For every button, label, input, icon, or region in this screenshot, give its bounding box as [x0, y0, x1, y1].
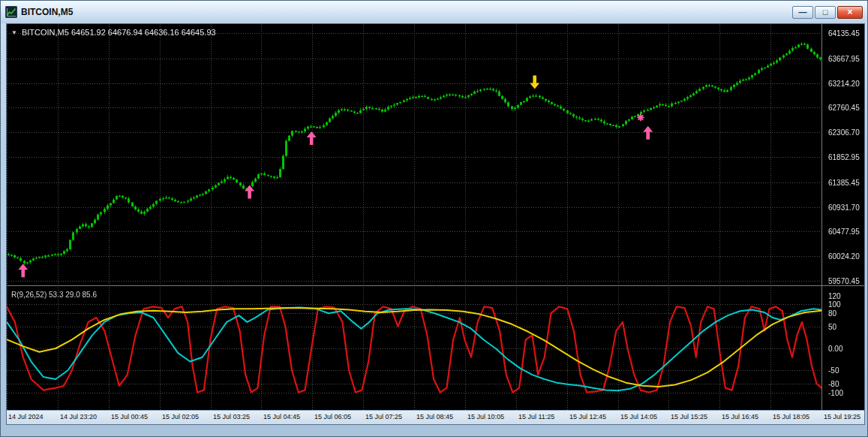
window-controls: — □ × [792, 6, 863, 19]
window-title: BITCOIN,M5 [21, 7, 73, 17]
time-axis-label: 15 Jul 19:25 [824, 413, 860, 420]
time-axis-label: 14 Jul 23:20 [60, 413, 97, 420]
time-axis-label: 15 Jul 00:45 [111, 413, 148, 420]
chart-info-label: ▼ BITCOIN,M5 64651.92 64676.94 64636.16 … [11, 28, 216, 37]
application-window: BITCOIN,M5 — □ × ▼ BITCOIN,M5 64651.92 6… [0, 0, 868, 437]
time-axis-label: 15 Jul 08:45 [416, 413, 453, 420]
time-axis-label: 15 Jul 11:25 [518, 413, 554, 420]
time-axis-label: 15 Jul 02:05 [162, 413, 199, 420]
time-axis-label: 14 Jul 2024 [8, 413, 44, 420]
time-axis-label: 15 Jul 12:45 [569, 413, 606, 420]
indicator-axis-label: 100 [828, 300, 841, 309]
time-axis-label: 15 Jul 18:05 [773, 413, 809, 420]
indicator-axis-label: 120 [828, 292, 841, 300]
title-bar[interactable]: BITCOIN,M5 — □ × [1, 1, 867, 23]
indicator-axis-label: 80 [828, 309, 836, 318]
indicator-axis[interactable]: 12010080500.00-50-80-100 [824, 24, 864, 410]
restore-button[interactable]: □ [815, 6, 836, 19]
time-axis-label: 15 Jul 06:05 [314, 413, 351, 420]
indicator-axis-label: -50 [828, 366, 839, 375]
time-axis-label: 15 Jul 16:45 [722, 413, 758, 420]
time-axis-label: 15 Jul 04:45 [263, 413, 300, 420]
indicator-axis-label: 50 [828, 323, 836, 331]
price-chart-canvas[interactable] [7, 24, 864, 424]
indicator-label: R(9,26,52) 53.3 29.0 85.6 [11, 291, 97, 299]
collapse-arrow-icon[interactable]: ▼ [11, 29, 17, 36]
time-axis-label: 15 Jul 15:25 [671, 413, 707, 420]
minimize-button[interactable]: — [792, 6, 813, 19]
time-axis[interactable]: 14 Jul 202414 Jul 23:2015 Jul 00:4515 Ju… [7, 410, 864, 424]
indicator-axis-label: -80 [828, 380, 839, 388]
ohlc-label: BITCOIN,M5 64651.92 64676.94 64636.16 64… [22, 28, 216, 37]
close-button[interactable]: × [837, 6, 863, 19]
chart-window-icon [5, 6, 17, 18]
indicator-axis-label: -100 [828, 389, 843, 397]
indicator-axis-label: 0.00 [828, 345, 842, 353]
time-axis-label: 15 Jul 03:25 [213, 413, 250, 420]
chart-client-area: ▼ BITCOIN,M5 64651.92 64676.94 64636.16 … [6, 23, 865, 425]
panel-splitter[interactable] [7, 284, 864, 288]
time-axis-label: 15 Jul 14:05 [620, 413, 657, 420]
time-axis-label: 15 Jul 07:25 [365, 413, 402, 420]
time-axis-label: 15 Jul 10:05 [467, 413, 504, 420]
